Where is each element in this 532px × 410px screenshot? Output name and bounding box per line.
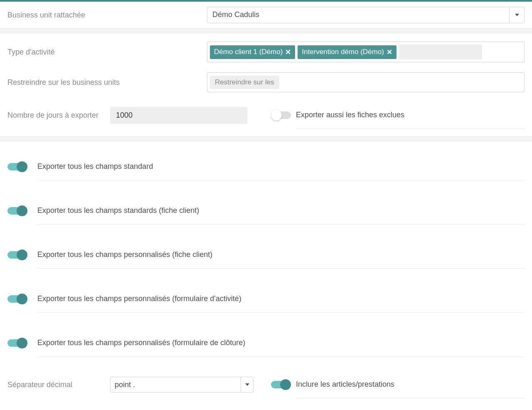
include-articles-label: Inclure les articles/prestations [296,380,525,398]
restrict-bu-label: Restreindre sur les business units [7,78,207,87]
export-toggle-label: Exporter tous les champs personnalisés (… [37,294,525,313]
close-icon[interactable]: ✕ [387,48,392,57]
restrict-bu-box[interactable]: Restreindre sur les [207,72,525,92]
export-toggle-2[interactable] [7,249,27,260]
export-toggle-label: Exporter tous les champs personnalisés (… [37,338,525,357]
activity-tag-label: Intervention démo (Démo) [302,48,384,56]
export-toggle-label: Exporter tous les champs standards (fich… [37,206,525,225]
activity-type-tags[interactable]: Démo client 1 (Démo)✕Intervention démo (… [207,42,525,62]
bu-select[interactable]: Démo Cadulis [207,7,525,23]
activity-type-label: Type d'activité [7,48,207,57]
export-toggle-0[interactable] [7,161,27,172]
activity-type-input[interactable] [399,44,482,59]
bu-label: Business unit rattachée [7,11,207,20]
decimal-select-value: point . [111,377,241,392]
activity-tag[interactable]: Démo client 1 (Démo)✕ [210,45,295,59]
include-articles-toggle[interactable] [271,379,291,390]
bu-select-value: Démo Cadulis [207,7,509,23]
export-toggle-4[interactable] [7,338,27,348]
export-toggle-1[interactable] [7,205,27,216]
days-input[interactable] [110,107,247,124]
chevron-down-icon [241,377,253,392]
export-toggle-label: Exporter tous les champs standard [37,162,525,180]
activity-tag[interactable]: Intervention démo (Démo)✕ [298,45,396,59]
export-excluded-label: Exporter aussi les fiches exclues [296,111,525,129]
chevron-down-icon [509,7,524,23]
export-excluded-toggle[interactable] [271,110,291,121]
close-icon[interactable]: ✕ [285,48,291,57]
export-toggle-label: Exporter tous les champs personnalisés (… [37,250,525,269]
decimal-label: Séparateur décimal [7,380,105,389]
days-label: Nombre de jours à exporter [7,111,105,120]
activity-tag-label: Démo client 1 (Démo) [214,48,283,56]
export-toggle-3[interactable] [7,294,27,304]
restrict-bu-placeholder: Restreindre sur les [210,76,279,89]
decimal-select[interactable]: point . [110,377,254,393]
